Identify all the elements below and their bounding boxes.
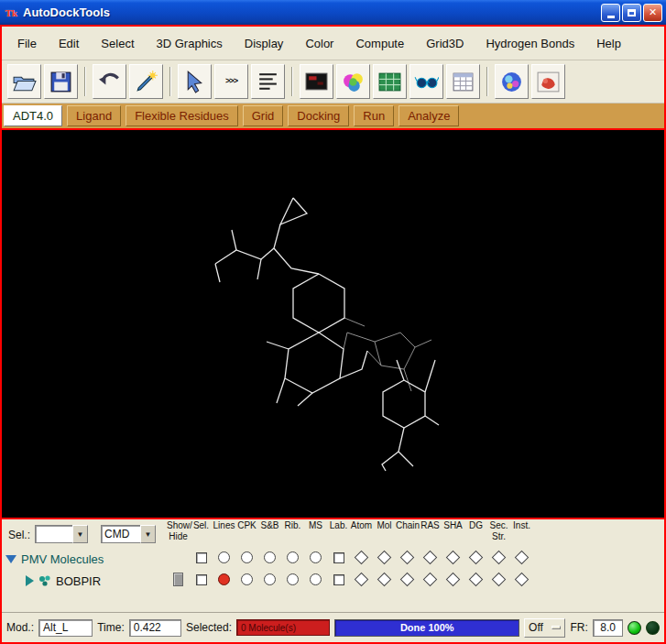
column-header: CPK bbox=[235, 520, 258, 542]
diamond-widget[interactable] bbox=[423, 551, 438, 565]
diamond-widget[interactable] bbox=[515, 573, 530, 587]
collapse-triangle-icon[interactable] bbox=[26, 575, 34, 586]
column-header: Inst. bbox=[510, 520, 533, 542]
chevron-down-icon[interactable]: ▼ bbox=[140, 525, 156, 543]
select-cursor-button[interactable] bbox=[178, 64, 212, 99]
viewer-3d-canvas[interactable] bbox=[2, 128, 664, 519]
table-viewer-button[interactable] bbox=[446, 64, 480, 99]
menu-edit[interactable]: Edit bbox=[49, 32, 89, 55]
scripts-button[interactable] bbox=[251, 64, 285, 99]
diamond-widget[interactable] bbox=[492, 573, 507, 587]
diamond-widget[interactable] bbox=[377, 573, 392, 587]
spreadsheet-button[interactable] bbox=[373, 64, 407, 99]
tab-flexible-residues[interactable]: Flexible Residues bbox=[126, 105, 238, 126]
title-bar[interactable]: Tk AutoDockTools ✕ bbox=[0, 0, 666, 25]
python-shell-button[interactable]: >>> bbox=[214, 64, 248, 99]
selection-label: Sel.: bbox=[8, 529, 30, 541]
diamond-widget[interactable] bbox=[446, 573, 461, 587]
tree-item-bobpir[interactable]: BOBPIR bbox=[56, 574, 101, 588]
column-header: DG bbox=[464, 520, 487, 542]
floppy-disk-icon bbox=[49, 70, 73, 94]
stereo-glasses-button[interactable] bbox=[409, 64, 443, 99]
diamond-widget[interactable] bbox=[469, 551, 484, 565]
status-bar: Mod.: Alt_L Time: 0.422 Selected: 0 Mole… bbox=[2, 612, 664, 642]
dashboard-cell bbox=[464, 547, 487, 568]
menu-compute[interactable]: Compute bbox=[345, 32, 414, 55]
command-value[interactable]: CMD bbox=[101, 525, 140, 543]
menu-color[interactable]: Color bbox=[295, 32, 344, 55]
checkbox-widget[interactable] bbox=[196, 574, 207, 585]
radio-widget[interactable] bbox=[264, 551, 276, 563]
column-header: Rib. bbox=[281, 520, 304, 542]
close-button[interactable]: ✕ bbox=[643, 4, 662, 22]
menu-hydrogen-bonds[interactable]: Hydrogen Bonds bbox=[475, 32, 584, 55]
pencil-spark-icon bbox=[134, 70, 158, 94]
radio-widget[interactable] bbox=[287, 573, 299, 585]
color-wheel-button[interactable] bbox=[495, 64, 529, 99]
dashboard-cell bbox=[419, 569, 442, 590]
menu-help[interactable]: Help bbox=[586, 32, 631, 55]
radio-on-widget[interactable] bbox=[218, 573, 230, 585]
checkbox-widget[interactable] bbox=[196, 552, 207, 563]
diamond-widget[interactable] bbox=[423, 573, 438, 587]
diamond-widget[interactable] bbox=[492, 551, 507, 565]
radio-widget[interactable] bbox=[218, 551, 230, 563]
toolbar-separator bbox=[486, 67, 488, 96]
expand-triangle-icon[interactable] bbox=[5, 555, 16, 563]
chevron-down-icon[interactable]: ▼ bbox=[72, 525, 88, 543]
selection-value[interactable] bbox=[35, 525, 72, 543]
command-combobox[interactable]: CMD ▼ bbox=[101, 525, 156, 543]
dashboard-cell bbox=[327, 569, 350, 590]
window-title: AutoDockTools bbox=[23, 5, 110, 19]
diamond-widget[interactable] bbox=[400, 551, 415, 565]
column-header: Mol bbox=[373, 520, 396, 542]
dashboard-cell bbox=[213, 569, 235, 590]
screen-capture-button[interactable] bbox=[300, 64, 333, 99]
column-header: S&B bbox=[258, 520, 281, 542]
diamond-widget[interactable] bbox=[446, 551, 461, 565]
menu-select[interactable]: Select bbox=[91, 32, 144, 55]
tab-run[interactable]: Run bbox=[354, 105, 394, 126]
minimize-button[interactable] bbox=[601, 4, 620, 22]
diamond-widget[interactable] bbox=[355, 573, 369, 587]
dashboard-row-pmv bbox=[167, 547, 533, 568]
open-file-button[interactable] bbox=[7, 64, 41, 99]
radio-widget[interactable] bbox=[264, 573, 276, 585]
column-header: MS bbox=[304, 520, 327, 542]
diamond-widget[interactable] bbox=[469, 573, 484, 587]
dashboard-cell bbox=[464, 569, 487, 590]
showhide-widget[interactable] bbox=[173, 573, 183, 586]
tab-docking[interactable]: Docking bbox=[288, 105, 349, 126]
checkbox-widget[interactable] bbox=[333, 552, 344, 563]
diamond-widget[interactable] bbox=[515, 551, 530, 565]
tab-ligand[interactable]: Ligand bbox=[67, 105, 121, 126]
menu-grid3d[interactable]: Grid3D bbox=[416, 32, 474, 55]
maximize-button[interactable] bbox=[622, 4, 641, 22]
diamond-widget[interactable] bbox=[355, 551, 369, 565]
tab-grid[interactable]: Grid bbox=[243, 105, 284, 126]
edit-spray-button[interactable] bbox=[129, 64, 163, 99]
checkbox-widget[interactable] bbox=[333, 574, 344, 585]
radio-widget[interactable] bbox=[241, 573, 253, 585]
menu-3d-graphics[interactable]: 3D Graphics bbox=[147, 32, 233, 55]
undo-button[interactable] bbox=[93, 64, 126, 99]
color-palette-button[interactable] bbox=[336, 64, 370, 99]
diamond-widget[interactable] bbox=[400, 573, 415, 587]
diamond-widget[interactable] bbox=[377, 551, 392, 565]
radio-widget[interactable] bbox=[241, 551, 253, 563]
save-session-button[interactable] bbox=[44, 64, 78, 99]
isosurface-button[interactable] bbox=[531, 64, 565, 99]
tab-adt40[interactable]: ADT4.0 bbox=[4, 105, 62, 126]
tab-analyze[interactable]: Analyze bbox=[399, 105, 459, 126]
tree-item-pmv-molecules[interactable]: PMV Molecules bbox=[21, 552, 104, 566]
radio-widget[interactable] bbox=[287, 551, 299, 563]
tab-bar: ADT4.0 Ligand Flexible Residues Grid Doc… bbox=[2, 104, 664, 128]
toolbar-separator bbox=[291, 67, 293, 96]
framerate-value-field: 8.0 bbox=[593, 619, 624, 637]
radio-widget[interactable] bbox=[310, 551, 322, 563]
radio-widget[interactable] bbox=[310, 573, 322, 585]
off-dropdown[interactable]: Off bbox=[524, 618, 565, 638]
selection-combobox[interactable]: ▼ bbox=[35, 525, 88, 543]
menu-display[interactable]: Display bbox=[235, 32, 294, 55]
menu-file[interactable]: File bbox=[7, 32, 47, 55]
